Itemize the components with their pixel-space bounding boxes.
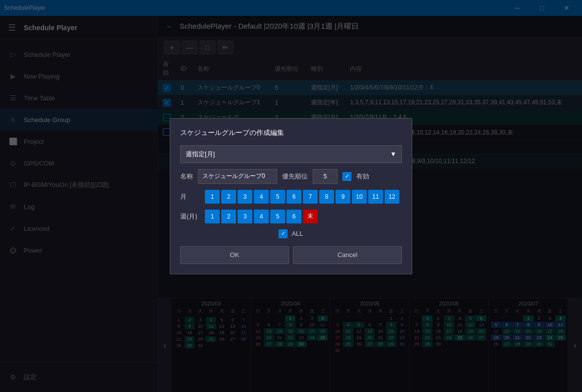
name-label: 名称	[180, 172, 193, 181]
month-selector: 月 1 2 3 4 5 6 7 8 9 10 11 12 週(月	[180, 190, 402, 223]
modal-name-row: 名称 優先順位 ✓ 有効	[180, 169, 402, 184]
week-buttons: 1 2 3 4 5 6 末	[205, 210, 318, 223]
month-row: 月 1 2 3 4 5 6 7 8 9 10 11 12	[180, 190, 402, 204]
month-label: 月	[180, 192, 200, 201]
week-row: 週(月) 1 2 3 4 5 6 末	[180, 210, 402, 223]
cancel-button[interactable]: Cancel	[293, 246, 402, 264]
month-btn-6[interactable]: 6	[287, 190, 301, 204]
all-checkbox-row: ✓ ALL	[180, 229, 402, 238]
week-btn-6[interactable]: 6	[287, 210, 301, 223]
week-btn-last[interactable]: 末	[303, 210, 318, 223]
valid-checkbox[interactable]: ✓	[342, 172, 351, 181]
week-btn-3[interactable]: 3	[238, 210, 252, 223]
all-label: ALL	[291, 230, 303, 237]
modal-overlay: スケジュールグループの作成編集 週指定[月] ▼ 名称 優先順位 ✓ 有効 月 …	[0, 0, 582, 392]
modal-footer: OK Cancel	[180, 246, 402, 264]
priority-label: 優先順位	[282, 172, 308, 181]
month-btn-1[interactable]: 1	[205, 190, 220, 204]
priority-input[interactable]	[313, 169, 338, 184]
week-label: 週(月)	[180, 212, 200, 221]
name-input[interactable]	[198, 169, 277, 184]
modal-title: スケジュールグループの作成編集	[180, 129, 402, 137]
week-btn-2[interactable]: 2	[221, 210, 236, 223]
week-btn-4[interactable]: 4	[254, 210, 269, 223]
month-btn-3[interactable]: 3	[238, 190, 252, 204]
month-btn-10[interactable]: 10	[352, 190, 367, 204]
week-btn-1[interactable]: 1	[205, 210, 220, 223]
modal-dialog: スケジュールグループの作成編集 週指定[月] ▼ 名称 優先順位 ✓ 有効 月 …	[170, 118, 412, 274]
month-btn-9[interactable]: 9	[336, 190, 350, 204]
dropdown-arrow-icon: ▼	[390, 150, 396, 158]
month-btn-4[interactable]: 4	[254, 190, 269, 204]
month-btn-12[interactable]: 12	[385, 190, 399, 204]
month-btn-2[interactable]: 2	[221, 190, 236, 204]
dropdown-value: 週指定[月]	[186, 150, 215, 159]
all-checkbox[interactable]: ✓	[279, 229, 288, 238]
modal-type-dropdown[interactable]: 週指定[月] ▼	[180, 145, 402, 163]
ok-button[interactable]: OK	[180, 246, 289, 264]
month-btn-5[interactable]: 5	[270, 190, 285, 204]
week-btn-5[interactable]: 5	[270, 210, 285, 223]
month-btn-7[interactable]: 7	[303, 190, 318, 204]
month-btn-11[interactable]: 11	[368, 190, 383, 204]
month-btn-8[interactable]: 8	[319, 190, 334, 204]
valid-label: 有効	[356, 172, 369, 181]
month-buttons: 1 2 3 4 5 6 7 8 9 10 11 12	[205, 190, 399, 204]
